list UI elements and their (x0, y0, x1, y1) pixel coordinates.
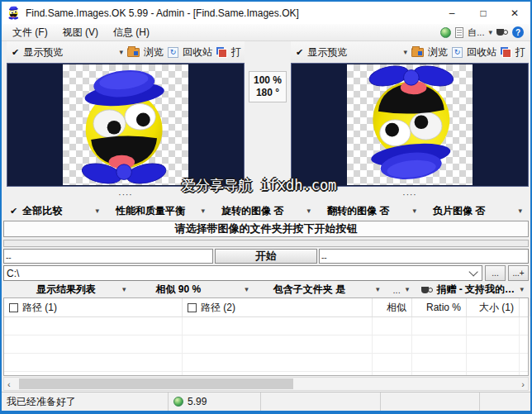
similarity-dropdown[interactable]: 相似 90 % ▾ (133, 283, 255, 297)
status-empty-section-1 (261, 393, 381, 411)
maximize-button[interactable]: □ (468, 2, 499, 24)
folder-path-value: C:\ (7, 268, 19, 279)
chevron-down-icon[interactable]: ▾ (119, 49, 123, 56)
globe-icon[interactable] (440, 27, 451, 38)
auto-menu-label[interactable]: 自... (468, 26, 484, 39)
select-all-checkbox-1[interactable] (9, 303, 18, 312)
menu-file[interactable]: 文件 (F) (5, 26, 55, 40)
select-all-checkbox-2[interactable] (188, 303, 197, 312)
scrollbar-thumb[interactable] (19, 378, 293, 389)
combo-arrow-icon[interactable] (468, 267, 477, 276)
watermark-text: 爱分享导航 ifxdh.com (182, 176, 336, 195)
open-button-left[interactable]: 打 (231, 45, 241, 59)
scroll-left-arrow-icon[interactable]: ‹ (7, 379, 11, 389)
donate-dropdown[interactable]: 捐赠 - 支持我的工... ▾ (415, 283, 530, 297)
minimize-button[interactable]: – (436, 2, 468, 24)
recycle-button-right[interactable]: 回收站 (467, 45, 496, 59)
zoom-value: 100 % (249, 74, 286, 87)
menu-bar: 文件 (F) 视图 (V) 信息 (H) 自... ▾ ? (2, 24, 530, 41)
right-panel-toolbar: ✔ 显示预览 ▾ 浏览 ↻ 回收站 打 (291, 41, 529, 63)
left-preview-area[interactable] (7, 63, 245, 187)
chevron-down-icon: ▾ (95, 207, 99, 215)
column-header-path1[interactable]: 路径 (1) (4, 298, 183, 316)
close-button[interactable]: ✕ (499, 2, 530, 24)
column-header-ratio[interactable]: Ratio % (412, 298, 467, 316)
results-table: 路径 (1) 路径 (2) 相似 Ratio % 大小 (1) (3, 297, 529, 376)
more-options-dropdown[interactable]: ... ▾ (387, 285, 415, 295)
progress-bar (3, 240, 529, 247)
chevron-down-icon[interactable]: ▾ (488, 29, 492, 36)
open-icon[interactable] (216, 47, 227, 58)
check-icon[interactable]: ✔ (296, 47, 303, 58)
more-options-label: ... (393, 285, 401, 295)
recycle-bin-icon[interactable]: ↻ (452, 47, 463, 58)
start-row: -- 开始 -- (3, 249, 529, 264)
right-preview-area[interactable] (291, 63, 529, 187)
browse-button-right[interactable]: 浏览 (428, 45, 448, 59)
recycle-button-left[interactable]: 回收站 (183, 45, 212, 59)
document-icon[interactable] (455, 27, 463, 38)
path-row: C:\ ... ...+ (3, 265, 529, 281)
result-options-row: 显示结果列表 ▾ 相似 90 % ▾ 包含子文件夹 是 ▾ ... ▾ 捐赠 -… (2, 282, 530, 297)
donate-label: 捐赠 - 支持我的工... (436, 283, 515, 297)
quality-label: 性能和质量平衡 (116, 204, 185, 218)
show-results-dropdown[interactable]: 显示结果列表 ▾ (2, 283, 133, 297)
path1-column-label: 路径 (1) (22, 301, 57, 315)
menu-view[interactable]: 视图 (V) (55, 26, 106, 40)
chevron-down-icon: ▾ (122, 286, 126, 293)
left-preview-image (63, 64, 188, 185)
window-controls: – □ ✕ (436, 2, 530, 24)
show-preview-label-left[interactable]: 显示预览 (23, 45, 63, 59)
status-empty-section-2 (381, 393, 480, 411)
rotated-images-dropdown[interactable]: 旋转的图像 否 ▾ (213, 204, 319, 218)
browse-folder-button[interactable]: ... (485, 265, 506, 281)
similarity-label: 相似 90 % (156, 283, 202, 297)
status-version-section: 5.99 (169, 393, 261, 411)
flipped-images-dropdown[interactable]: 翻转的图像 否 ▾ (319, 204, 425, 218)
recycle-bin-icon[interactable]: ↻ (168, 47, 178, 58)
negative-images-dropdown[interactable]: 负片图像 否 ▾ (425, 204, 530, 218)
scroll-right-arrow-icon[interactable]: › (521, 379, 525, 389)
left-status-field: -- (3, 249, 213, 264)
results-table-header: 路径 (1) 路径 (2) 相似 Ratio % 大小 (1) (4, 298, 528, 317)
start-button[interactable]: 开始 (215, 249, 317, 264)
folder-icon[interactable] (411, 48, 424, 57)
chevron-down-icon[interactable]: ▾ (403, 49, 407, 56)
donate-cup-icon[interactable] (496, 27, 508, 37)
open-icon[interactable] (501, 47, 511, 58)
column-header-similar[interactable]: 相似 (373, 298, 412, 316)
quality-dropdown[interactable]: 性能和质量平衡 ▾ (107, 204, 213, 218)
title-bar: Find.Same.Images.OK 5.99 - Admin - [Find… (2, 2, 530, 24)
version-text: 5.99 (188, 396, 207, 407)
add-folder-button[interactable]: ...+ (508, 265, 529, 281)
compare-all-dropdown[interactable]: ✔ 全部比较 ▾ (2, 204, 107, 218)
chevron-down-icon: ▾ (520, 286, 524, 293)
subfolders-label: 包含子文件夹 是 (273, 283, 345, 297)
chevron-down-icon: ▾ (376, 286, 380, 293)
status-bar: 我已经准备好了 5.99 (2, 392, 530, 411)
status-empty-section-3 (480, 393, 530, 411)
show-preview-label-right[interactable]: 显示预览 (307, 45, 347, 59)
open-button-right[interactable]: 打 (515, 45, 525, 59)
help-icon[interactable]: ? (512, 26, 524, 38)
chevron-down-icon: ▾ (306, 207, 311, 215)
check-icon: ✔ (10, 206, 17, 217)
flipped-images-label: 翻转的图像 否 (327, 204, 389, 218)
folder-path-combobox[interactable]: C:\ (3, 265, 482, 281)
right-status-field: -- (319, 249, 529, 264)
subfolders-dropdown[interactable]: 包含子文件夹 是 ▾ (255, 283, 387, 297)
horizontal-scrollbar[interactable]: ‹ › (3, 377, 529, 391)
chevron-down-icon: ▾ (201, 207, 205, 215)
menu-info[interactable]: 信息 (H) (106, 26, 157, 40)
window-title: Find.Same.Images.OK 5.99 - Admin - [Find… (26, 7, 299, 19)
folder-icon[interactable] (127, 48, 140, 57)
smiley-image-right-rotated (349, 65, 471, 184)
column-header-path2[interactable]: 路径 (2) (183, 298, 373, 316)
browse-button-left[interactable]: 浏览 (144, 45, 164, 59)
column-header-size[interactable]: 大小 (1) (467, 298, 520, 316)
zoom-rotation-box[interactable]: 100 % 180 ° (249, 71, 287, 102)
check-icon[interactable]: ✔ (12, 47, 19, 58)
column-header-filler (520, 298, 530, 316)
results-table-body[interactable] (4, 317, 528, 375)
compare-options-row: ✔ 全部比较 ▾ 性能和质量平衡 ▾ 旋转的图像 否 ▾ 翻转的图像 否 ▾ 负… (2, 202, 530, 220)
